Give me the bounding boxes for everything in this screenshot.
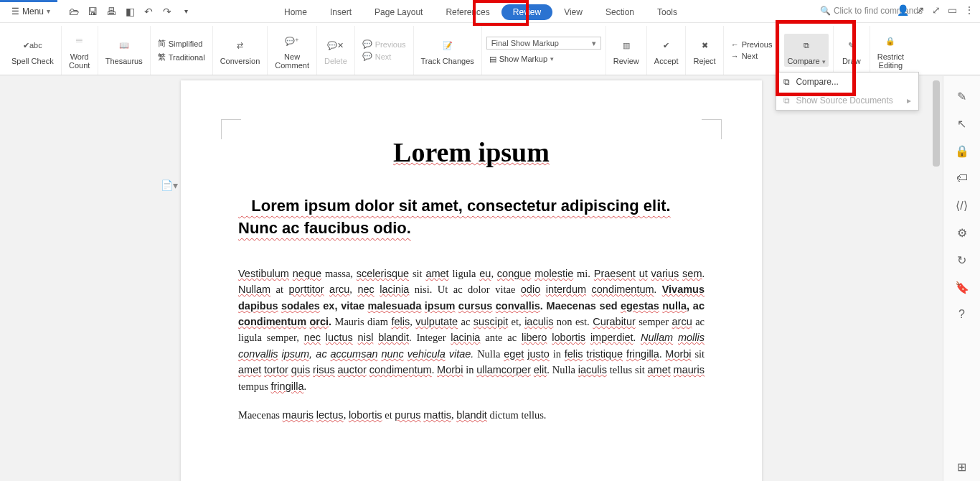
pencil-icon[interactable]: ✎ [955,89,969,103]
spell-check-icon: ✔abc [22,35,43,55]
bookmark-icon[interactable]: 🔖 [955,280,969,294]
compare-icon: ⧉ [796,35,817,55]
save-icon[interactable]: 🖫 [86,5,99,18]
chevron-right-icon: ▸ [907,95,911,106]
new-comment-button[interactable]: 💬⁺ New Comment [272,29,312,71]
prev-change-icon: ← [731,40,739,49]
next-change-icon: → [731,52,739,60]
tab-bar: Home Insert Page Layout References Revie… [273,4,689,20]
compare-item-icon: ⧉ [783,77,790,87]
draw-button[interactable]: ✎ Draw [838,34,865,67]
quick-access-toolbar: 🗁 🖫 🖶 ◧ ↶ ↷ ▾ [67,5,192,18]
tag-icon[interactable]: 🏷 [955,171,969,185]
margin-corner [702,119,722,139]
chevron-down-icon[interactable]: ▾ [179,5,192,18]
side-panel: ✎ ↖ 🔒 🏷 ⟨/⟩ ⚙ ↻ 🔖 ? ⊞ [943,76,980,481]
reject-icon: ✖ [694,35,715,55]
document-paragraph-2[interactable]: Maecenas mauris lectus, lobortis et puru… [238,407,705,423]
previous-change-button[interactable]: ←Previous [728,39,776,50]
window-icon[interactable]: ▭ [948,4,957,16]
review-pane-icon: ▥ [616,35,637,55]
tab-section[interactable]: Section [594,4,646,20]
settings-sliders-icon[interactable]: ⚙ [955,225,969,240]
new-comment-icon: 💬⁺ [281,31,303,51]
simplified-icon: 简 [158,38,166,49]
menu-button[interactable]: ☰ Menu ▾ [4,4,57,19]
traditional-icon: 繁 [158,52,166,62]
next-change-button[interactable]: →Next [728,51,776,61]
margin-corner [221,119,241,139]
simplified-button[interactable]: 简Simplified [155,37,208,50]
show-markup-icon: ▤ [489,55,496,64]
traditional-button[interactable]: 繁Traditional [155,51,208,63]
document-page[interactable]: 📄▾ Lorem ipsum Lorem ipsum dolor sit ame… [181,80,762,481]
grid-icon[interactable]: ⊞ [955,459,969,474]
spell-check-button[interactable]: ✔abc Spell Check [9,34,57,67]
redo-icon[interactable]: ↷ [161,5,174,18]
thesaurus-button[interactable]: 📖 Thesaurus [103,34,146,67]
help-icon[interactable]: ? [955,307,969,322]
next-comment-icon: 💬 [362,52,372,61]
next-comment-button[interactable]: 💬Next [359,51,409,62]
show-source-docs-item[interactable]: ⧉Show Source Documents▸ [776,91,918,110]
cursor-icon[interactable]: ↖ [955,116,969,131]
code-icon[interactable]: ⟨/⟩ [955,198,969,213]
source-docs-icon: ⧉ [783,95,790,106]
user-icon[interactable]: 👤 [897,4,909,16]
tab-insert[interactable]: Insert [319,4,363,20]
document-paragraph-1[interactable]: Vestibulum neque massa, scelerisque sit … [238,266,705,395]
open-folder-icon[interactable]: 🗁 [67,5,80,18]
more-icon[interactable]: ⋮ [964,4,974,16]
word-count-icon: 𝄘 [69,31,90,51]
track-changes-button[interactable]: 📝 Track Changes [418,34,477,67]
hamburger-icon: ☰ [11,6,19,17]
tab-page-layout[interactable]: Page Layout [363,4,434,20]
track-changes-icon: 📝 [437,35,458,55]
print-icon[interactable]: 🖶 [105,5,118,18]
ribbon: ✔abc Spell Check 𝄘 Word Count 📖 Thesauru… [0,23,980,75]
draw-icon: ✎ [841,35,862,55]
delete-comment-icon: 💬✕ [325,35,347,55]
conversion-icon: ⇄ [229,35,250,55]
tab-home[interactable]: Home [273,4,319,20]
page-indicator-icon[interactable]: 📄▾ [161,179,178,191]
review-pane-button[interactable]: ▥ Review [611,34,642,67]
history-icon[interactable]: ↻ [955,253,969,267]
compare-menu-item[interactable]: ⧉Compare... [776,73,918,91]
tab-view[interactable]: View [552,4,594,20]
previous-comment-button[interactable]: 💬Previous [359,39,409,50]
tab-tools[interactable]: Tools [646,4,689,20]
tab-review[interactable]: Review [501,4,552,20]
thesaurus-icon: 📖 [113,35,135,55]
lock-icon: 🔒 [880,31,901,51]
share-icon[interactable]: ↗ [916,4,925,16]
chevron-down-icon: ▾ [47,7,50,15]
conversion-button[interactable]: ⇄ Conversion [217,34,263,67]
word-count-button[interactable]: 𝄘 Word Count [66,29,93,71]
show-markup-button[interactable]: ▤Show Markup▾ [486,54,601,65]
undo-icon[interactable]: ↶ [142,5,155,18]
vertical-scrollbar[interactable] [931,76,941,481]
delete-comment-button[interactable]: 💬✕ Delete [321,34,350,67]
document-title[interactable]: Lorem ipsum [238,136,705,168]
collapse-ribbon-icon[interactable]: ⤢ [932,4,941,16]
tab-references[interactable]: References [434,4,501,20]
document-area[interactable]: 📄▾ Lorem ipsum Lorem ipsum dolor sit ame… [0,76,943,481]
reject-button[interactable]: ✖ Reject [690,34,718,67]
scroll-thumb[interactable] [933,80,940,167]
compare-button[interactable]: ⧉ Compare ▾ [784,34,828,67]
print-preview-icon[interactable]: ◧ [123,5,136,18]
document-subhead[interactable]: Lorem ipsum dolor sit amet, consectetur … [238,195,705,240]
menu-label: Menu [22,6,44,17]
markup-mode-select[interactable]: Final Show Markup [486,37,601,50]
accept-button[interactable]: ✔ Accept [651,34,682,67]
compare-dropdown-menu: ⧉Compare... ⧉Show Source Documents▸ [776,72,919,111]
accept-icon: ✔ [656,35,677,55]
prev-comment-icon: 💬 [362,39,372,49]
search-icon: 🔍 [820,6,831,16]
lock-icon[interactable]: 🔒 [955,144,969,158]
restrict-editing-button[interactable]: 🔒 Restrict Editing [875,29,907,71]
